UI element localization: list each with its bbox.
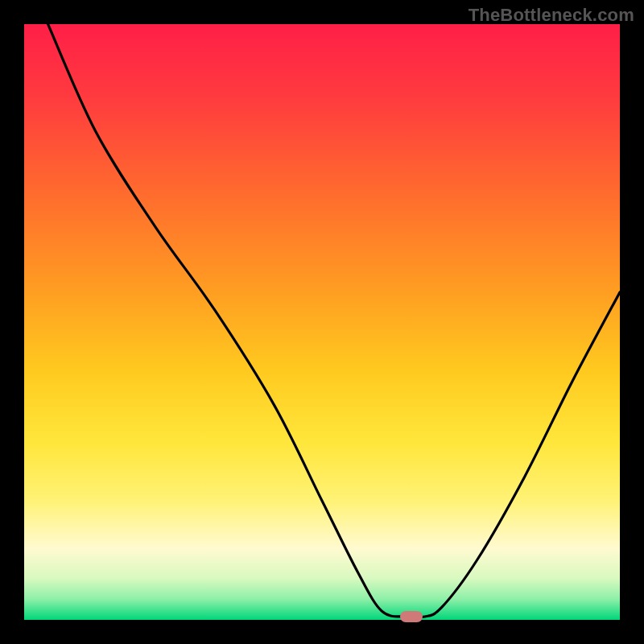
watermark-text: TheBottleneck.com xyxy=(469,5,634,26)
optimum-marker xyxy=(400,611,423,622)
plot-area xyxy=(24,24,620,620)
bottleneck-curve xyxy=(24,24,620,620)
chart-frame: TheBottleneck.com xyxy=(0,0,644,644)
